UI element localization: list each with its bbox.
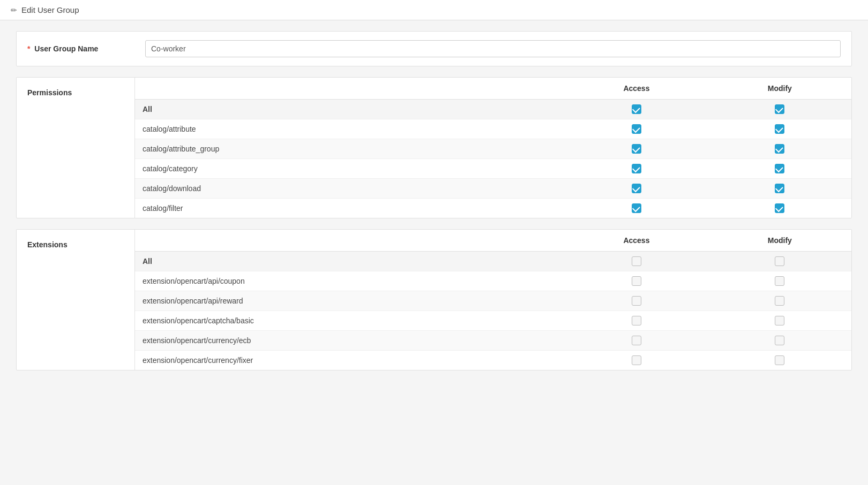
row-name: catalog/filter xyxy=(135,199,565,218)
row-modify-cell xyxy=(708,159,851,179)
modify-checkbox[interactable] xyxy=(775,164,784,173)
extensions-table: Access Modify Allextension/opencart/api/… xyxy=(135,230,851,370)
user-group-name-input[interactable] xyxy=(145,40,841,57)
modify-checkbox[interactable] xyxy=(775,256,784,266)
table-row: catalog/attribute_group xyxy=(135,139,851,159)
row-modify-cell xyxy=(708,331,851,351)
row-name: catalog/attribute xyxy=(135,119,565,139)
edit-icon: ✏ xyxy=(11,6,17,14)
access-checkbox[interactable] xyxy=(632,164,641,173)
modify-checkbox[interactable] xyxy=(775,296,784,306)
table-row: extension/opencart/captcha/basic xyxy=(135,311,851,331)
row-name: catalog/download xyxy=(135,179,565,199)
row-modify-cell xyxy=(708,252,851,271)
permissions-table-scroll[interactable]: Access Modify Allcatalog/attributecatalo… xyxy=(135,78,851,218)
row-name: catalog/attribute_group xyxy=(135,139,565,159)
user-group-name-row: * User Group Name xyxy=(16,31,852,66)
extensions-section: Extensions Access Modify Allextension/op… xyxy=(16,229,852,370)
row-access-cell xyxy=(565,159,708,179)
user-group-name-label: * User Group Name xyxy=(27,44,145,53)
row-access-cell xyxy=(565,271,708,291)
row-access-cell xyxy=(565,139,708,159)
row-modify-cell xyxy=(708,291,851,311)
table-row: All xyxy=(135,252,851,271)
table-row: extension/opencart/currency/fixer xyxy=(135,351,851,370)
access-checkbox[interactable] xyxy=(632,203,641,213)
modify-checkbox[interactable] xyxy=(775,124,784,134)
row-access-cell xyxy=(565,119,708,139)
access-checkbox[interactable] xyxy=(632,296,641,306)
table-row: All xyxy=(135,100,851,119)
permissions-label: Permissions xyxy=(17,78,134,108)
access-checkbox[interactable] xyxy=(632,144,641,154)
row-modify-cell xyxy=(708,100,851,119)
row-access-cell xyxy=(565,331,708,351)
row-modify-cell xyxy=(708,271,851,291)
table-row: extension/opencart/currency/ecb xyxy=(135,331,851,351)
row-access-cell xyxy=(565,311,708,331)
access-checkbox[interactable] xyxy=(632,256,641,266)
row-modify-cell xyxy=(708,311,851,331)
row-access-cell xyxy=(565,100,708,119)
table-row: extension/opencart/api/reward xyxy=(135,291,851,311)
row-access-cell xyxy=(565,351,708,370)
row-name: extension/opencart/captcha/basic xyxy=(135,311,565,331)
modify-checkbox[interactable] xyxy=(775,276,784,286)
extensions-tbody: Allextension/opencart/api/couponextensio… xyxy=(135,252,851,370)
access-checkbox[interactable] xyxy=(632,104,641,114)
row-name: extension/opencart/currency/ecb xyxy=(135,331,565,351)
modify-checkbox[interactable] xyxy=(775,316,784,325)
access-checkbox[interactable] xyxy=(632,124,641,134)
extensions-label: Extensions xyxy=(17,230,134,260)
row-access-cell xyxy=(565,179,708,199)
table-row: catalog/attribute xyxy=(135,119,851,139)
row-modify-cell xyxy=(708,179,851,199)
modify-checkbox[interactable] xyxy=(775,184,784,193)
modify-checkbox[interactable] xyxy=(775,336,784,345)
row-access-cell xyxy=(565,291,708,311)
table-row: catalog/category xyxy=(135,159,851,179)
modify-checkbox[interactable] xyxy=(775,104,784,114)
extensions-col-name xyxy=(135,230,565,252)
table-row: extension/opencart/api/coupon xyxy=(135,271,851,291)
page-title: Edit User Group xyxy=(21,5,79,14)
row-modify-cell xyxy=(708,119,851,139)
row-name: catalog/category xyxy=(135,159,565,179)
extensions-col-access: Access xyxy=(565,230,708,252)
table-row: catalog/filter xyxy=(135,199,851,218)
row-modify-cell xyxy=(708,199,851,218)
extensions-header-row: Access Modify xyxy=(135,230,851,252)
row-name: All xyxy=(135,252,565,271)
access-checkbox[interactable] xyxy=(632,316,641,325)
permissions-col-modify: Modify xyxy=(708,78,851,100)
extensions-col-modify: Modify xyxy=(708,230,851,252)
required-star: * xyxy=(27,44,30,53)
permissions-table-wrap: Access Modify Allcatalog/attributecatalo… xyxy=(134,78,851,218)
permissions-table: Access Modify Allcatalog/attributecatalo… xyxy=(135,78,851,218)
modify-checkbox[interactable] xyxy=(775,203,784,213)
permissions-col-name xyxy=(135,78,565,100)
extensions-table-scroll[interactable]: Access Modify Allextension/opencart/api/… xyxy=(135,230,851,370)
row-name: extension/opencart/currency/fixer xyxy=(135,351,565,370)
row-name: extension/opencart/api/reward xyxy=(135,291,565,311)
permissions-header-row: Access Modify xyxy=(135,78,851,100)
row-name: All xyxy=(135,100,565,119)
row-name: extension/opencart/api/coupon xyxy=(135,271,565,291)
modify-checkbox[interactable] xyxy=(775,355,784,365)
modify-checkbox[interactable] xyxy=(775,144,784,154)
access-checkbox[interactable] xyxy=(632,276,641,286)
access-checkbox[interactable] xyxy=(632,184,641,193)
permissions-section: Permissions Access Modify Allcatalog/att… xyxy=(16,77,852,218)
row-access-cell xyxy=(565,252,708,271)
table-row: catalog/download xyxy=(135,179,851,199)
extensions-table-wrap: Access Modify Allextension/opencart/api/… xyxy=(134,230,851,370)
page-header: ✏ Edit User Group xyxy=(0,0,868,20)
row-modify-cell xyxy=(708,139,851,159)
permissions-tbody: Allcatalog/attributecatalog/attribute_gr… xyxy=(135,100,851,218)
access-checkbox[interactable] xyxy=(632,336,641,345)
permissions-col-access: Access xyxy=(565,78,708,100)
row-access-cell xyxy=(565,199,708,218)
access-checkbox[interactable] xyxy=(632,355,641,365)
row-modify-cell xyxy=(708,351,851,370)
page-content: * User Group Name Permissions Access Mod… xyxy=(0,20,868,392)
